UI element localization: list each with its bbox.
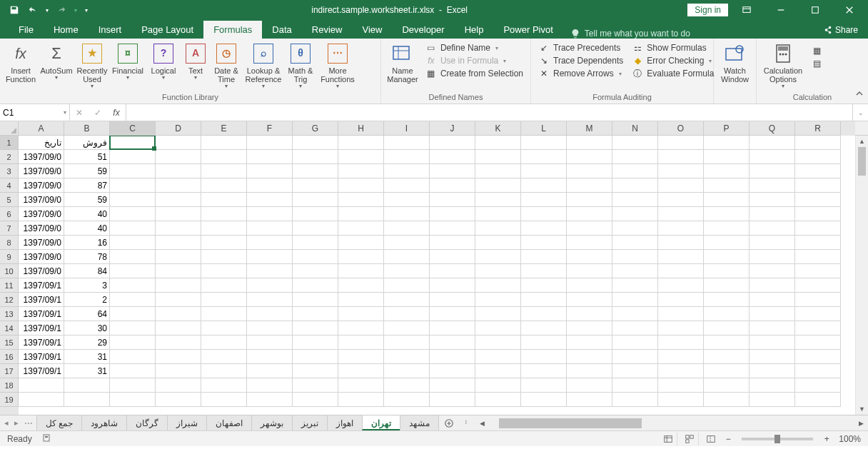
column-header-B[interactable]: B xyxy=(64,121,110,136)
tab-page-layout[interactable]: Page Layout xyxy=(131,21,203,39)
cell-B2[interactable]: 51 xyxy=(64,150,110,164)
cell-P17[interactable] xyxy=(704,364,750,378)
cell-E10[interactable] xyxy=(201,264,247,278)
sheet-tab-7[interactable]: اهواز xyxy=(327,415,363,430)
undo-icon[interactable] xyxy=(24,1,41,19)
tab-formulas[interactable]: Formulas xyxy=(203,21,262,39)
column-header-K[interactable]: K xyxy=(475,121,521,136)
cell-D8[interactable] xyxy=(156,236,201,250)
cell-Q17[interactable] xyxy=(750,364,795,378)
cell-F7[interactable] xyxy=(247,221,293,236)
cell-H19[interactable] xyxy=(338,393,384,407)
cell-B1[interactable]: فروش xyxy=(64,136,110,150)
cell-G8[interactable] xyxy=(293,236,338,250)
cell-L8[interactable] xyxy=(521,236,567,250)
cell-D10[interactable] xyxy=(156,264,201,278)
cell-I3[interactable] xyxy=(384,164,430,178)
lookup-reference-button[interactable]: ⌕Lookup & Reference▾ xyxy=(243,41,284,90)
collapse-ribbon-icon[interactable] xyxy=(855,90,864,101)
tab-help[interactable]: Help xyxy=(455,21,494,39)
cell-M6[interactable] xyxy=(567,207,612,221)
horizontal-scrollbar[interactable]: ◀ ▶ xyxy=(475,418,868,428)
cell-H7[interactable] xyxy=(338,221,384,236)
row-header-10[interactable]: 10 xyxy=(0,264,19,278)
cell-K3[interactable] xyxy=(475,164,521,178)
define-name-button[interactable]: ▭Define Name▾ xyxy=(425,42,523,54)
cell-E18[interactable] xyxy=(201,378,247,393)
cell-M4[interactable] xyxy=(567,178,612,193)
cell-K14[interactable] xyxy=(475,321,521,336)
cell-A15[interactable]: 1397/09/1 xyxy=(19,336,64,350)
cell-B9[interactable]: 78 xyxy=(64,250,110,264)
cell-J15[interactable] xyxy=(430,336,475,350)
cell-D1[interactable] xyxy=(156,136,201,150)
sheet-tab-9[interactable]: مشهد xyxy=(400,415,439,430)
cell-O9[interactable] xyxy=(658,250,704,264)
cell-P3[interactable] xyxy=(704,164,750,178)
cell-Q9[interactable] xyxy=(750,250,795,264)
cell-P12[interactable] xyxy=(704,293,750,307)
cell-O2[interactable] xyxy=(658,150,704,164)
cell-R7[interactable] xyxy=(795,221,841,236)
cell-K17[interactable] xyxy=(475,364,521,378)
row-header-18[interactable]: 18 xyxy=(0,378,19,393)
show-formulas-button[interactable]: ⚏Show Formulas xyxy=(632,42,714,54)
cell-P9[interactable] xyxy=(704,250,750,264)
cell-O4[interactable] xyxy=(658,178,704,193)
cell-C14[interactable] xyxy=(110,321,156,336)
cell-F6[interactable] xyxy=(247,207,293,221)
cell-O19[interactable] xyxy=(658,393,704,407)
cell-Q6[interactable] xyxy=(750,207,795,221)
cell-C15[interactable] xyxy=(110,336,156,350)
cell-I2[interactable] xyxy=(384,150,430,164)
cell-K13[interactable] xyxy=(475,307,521,321)
cell-O3[interactable] xyxy=(658,164,704,178)
cell-J9[interactable] xyxy=(430,250,475,264)
cell-P4[interactable] xyxy=(704,178,750,193)
cell-Q11[interactable] xyxy=(750,278,795,293)
cell-C10[interactable] xyxy=(110,264,156,278)
calculation-options-button[interactable]: Calculation Options▾ xyxy=(760,41,807,90)
cell-F16[interactable] xyxy=(247,350,293,364)
cell-A9[interactable]: 1397/09/0 xyxy=(19,250,64,264)
cell-M7[interactable] xyxy=(567,221,612,236)
formula-bar-input[interactable] xyxy=(131,104,848,121)
cell-I12[interactable] xyxy=(384,293,430,307)
cell-I13[interactable] xyxy=(384,307,430,321)
cell-L1[interactable] xyxy=(521,136,567,150)
cell-N8[interactable] xyxy=(612,236,658,250)
cell-B7[interactable]: 40 xyxy=(64,221,110,236)
cell-M13[interactable] xyxy=(567,307,612,321)
cell-N9[interactable] xyxy=(612,250,658,264)
cell-R8[interactable] xyxy=(795,236,841,250)
row-header-19[interactable]: 19 xyxy=(0,393,19,407)
horizontal-scroll-thumb[interactable] xyxy=(499,418,642,428)
cell-P8[interactable] xyxy=(704,236,750,250)
cell-A19[interactable] xyxy=(19,393,64,407)
cell-I7[interactable] xyxy=(384,221,430,236)
cell-D16[interactable] xyxy=(156,350,201,364)
column-header-E[interactable]: E xyxy=(201,121,247,136)
cell-K1[interactable] xyxy=(475,136,521,150)
cell-F13[interactable] xyxy=(247,307,293,321)
cell-A3[interactable]: 1397/09/0 xyxy=(19,164,64,178)
evaluate-formula-button[interactable]: ⓘEvaluate Formula xyxy=(632,68,714,79)
cell-R1[interactable] xyxy=(795,136,841,150)
cell-A13[interactable]: 1397/09/1 xyxy=(19,307,64,321)
cell-G10[interactable] xyxy=(293,264,338,278)
cell-K8[interactable] xyxy=(475,236,521,250)
cell-Q10[interactable] xyxy=(750,264,795,278)
cell-C13[interactable] xyxy=(110,307,156,321)
cell-F11[interactable] xyxy=(247,278,293,293)
cell-B5[interactable]: 59 xyxy=(64,193,110,207)
cell-M1[interactable] xyxy=(567,136,612,150)
cell-K10[interactable] xyxy=(475,264,521,278)
cell-O1[interactable] xyxy=(658,136,704,150)
cell-I16[interactable] xyxy=(384,350,430,364)
tab-review[interactable]: Review xyxy=(302,21,353,39)
cell-K7[interactable] xyxy=(475,221,521,236)
cell-F9[interactable] xyxy=(247,250,293,264)
cell-J14[interactable] xyxy=(430,321,475,336)
cell-Q14[interactable] xyxy=(750,321,795,336)
cell-B16[interactable]: 31 xyxy=(64,350,110,364)
